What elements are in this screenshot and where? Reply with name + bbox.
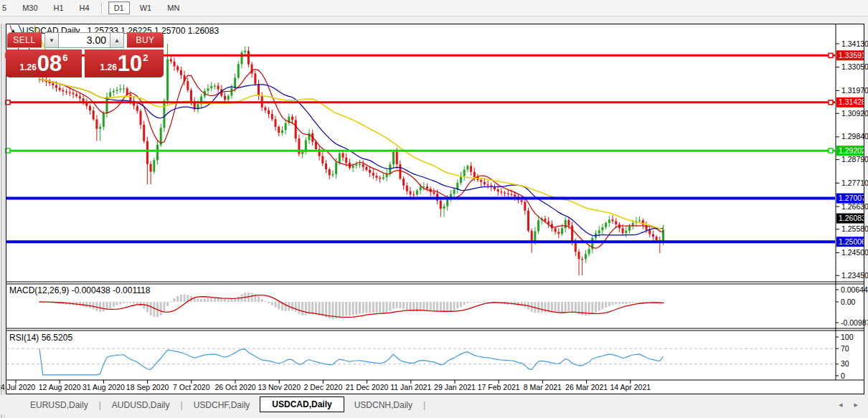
svg-text:29 Jan 2021: 29 Jan 2021 [434, 383, 476, 391]
svg-text:26 Oct 2020: 26 Oct 2020 [214, 383, 255, 391]
buy-button[interactable]: BUY [127, 32, 164, 48]
one-click-trading-widget: SELL ▼ ▲ BUY 1.26 08 6 1.26 10 2 [7, 32, 164, 77]
sell-price-pips: 08 [37, 49, 62, 77]
svg-text:100: 100 [841, 333, 854, 341]
svg-text:18 Sep 2020: 18 Sep 2020 [126, 383, 169, 391]
svg-text:1.29202: 1.29202 [839, 146, 866, 155]
svg-text:31 Aug 2020: 31 Aug 2020 [82, 383, 125, 391]
svg-text:0: 0 [841, 371, 845, 380]
svg-text:30: 30 [841, 359, 849, 368]
tab-usdcad[interactable]: USDCAD,Daily [260, 396, 344, 412]
mt4-workspace: { "toolbar": { "timeframes": [ {"label":… [0, 0, 868, 418]
sell-price-panel[interactable]: 1.26 08 6 [6, 49, 82, 77]
tab-scroll-right-icon[interactable]: ▸ [854, 400, 858, 409]
volume-decrease-button[interactable]: ▼ [44, 32, 59, 48]
buy-price-point: 2 [143, 52, 148, 63]
svg-text:26 Mar 2021: 26 Mar 2021 [565, 383, 608, 391]
svg-text:17 Feb 2021: 17 Feb 2021 [478, 383, 520, 391]
svg-text:1.27007: 1.27007 [839, 194, 866, 202]
tab-separator: | [423, 400, 425, 410]
tab-usdchf[interactable]: USDCHF,Daily [184, 397, 260, 413]
volume-input[interactable] [59, 32, 110, 48]
svg-text:7 Oct 2020: 7 Oct 2020 [173, 383, 210, 391]
tab-scroll-left-icon[interactable]: ◂ [839, 400, 843, 409]
buy-price-panel[interactable]: 1.26 10 2 [85, 49, 164, 77]
chart-tab-bar: EURUSD,Daily | AUDUSD,Daily | USDCHF,Dai… [0, 395, 868, 414]
svg-text:2 Dec 2020: 2 Dec 2020 [304, 383, 343, 391]
tab-scroll-arrows: ◂ ▸ [839, 400, 858, 409]
svg-text:1.26083: 1.26083 [839, 214, 866, 222]
svg-text:13 Nov 2020: 13 Nov 2020 [258, 383, 301, 391]
tab-audusd[interactable]: AUDUSD,Daily [102, 397, 180, 413]
tab-separator: | [99, 400, 101, 410]
volume-increase-button[interactable]: ▲ [110, 32, 124, 48]
tab-usdcnh[interactable]: USDCNH,Daily [344, 397, 423, 413]
svg-text:12 Aug 2020: 12 Aug 2020 [39, 383, 81, 391]
sell-price-point: 6 [62, 52, 67, 63]
volume-spinner: ▼ ▲ [44, 32, 124, 48]
svg-text:1.25006: 1.25006 [839, 237, 866, 246]
sell-button[interactable]: SELL [7, 32, 42, 48]
svg-text:8 Mar 2021: 8 Mar 2021 [524, 383, 562, 391]
rsi-indicator-label: RSI(14) 56.5205 [9, 333, 72, 343]
svg-text:70: 70 [841, 344, 849, 353]
tab-eurusd[interactable]: EURUSD,Daily [20, 397, 98, 413]
svg-text:24 Jul 2020: 24 Jul 2020 [0, 383, 35, 391]
macd-indicator-label: MACD(12,26,9) -0.000438 -0.001118 [9, 285, 150, 295]
svg-text:14 Apr 2021: 14 Apr 2021 [610, 383, 651, 391]
svg-text:1.31428: 1.31428 [839, 98, 866, 106]
tab-separator: | [181, 400, 183, 410]
svg-text:11 Jan 2021: 11 Jan 2021 [390, 383, 431, 391]
buy-price-base: 1.26 [100, 62, 116, 72]
svg-text:0.00: 0.00 [841, 298, 856, 306]
svg-text:21 Dec 2020: 21 Dec 2020 [346, 383, 389, 391]
svg-text:1.33591: 1.33591 [839, 51, 866, 60]
sell-price-base: 1.26 [19, 62, 36, 72]
buy-price-pips: 10 [118, 49, 142, 77]
